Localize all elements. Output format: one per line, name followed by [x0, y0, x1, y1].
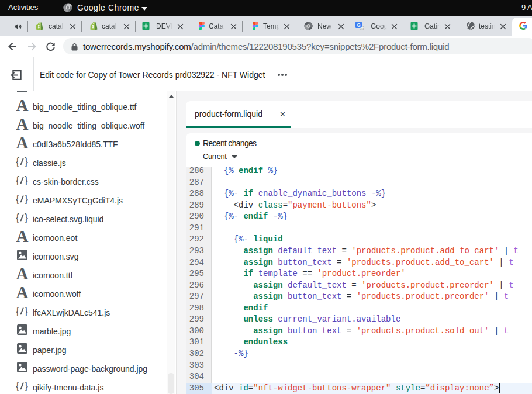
svg-text:{: {: [16, 175, 19, 185]
svg-text:{: {: [16, 157, 19, 167]
svg-text:}: }: [25, 213, 28, 223]
svg-text:}: }: [25, 194, 28, 204]
svg-text:}: }: [25, 306, 28, 316]
svg-text:}: }: [25, 157, 28, 167]
svg-text:}: }: [25, 381, 28, 391]
svg-text:{: {: [16, 306, 19, 316]
svg-text:{: {: [16, 381, 19, 391]
svg-text:}: }: [25, 175, 28, 185]
svg-text:文: 文: [360, 26, 364, 30]
svg-text:{: {: [16, 213, 19, 223]
svg-text:{: {: [16, 194, 19, 204]
